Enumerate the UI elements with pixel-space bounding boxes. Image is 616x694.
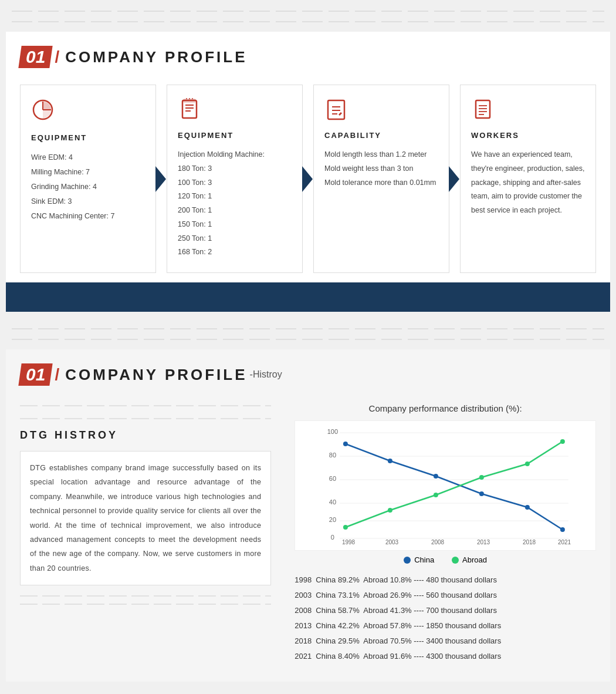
section2-number-block: 01 [18,363,53,386]
dtg-title: DTG HISTROY [20,429,271,442]
e1-line4: Sink EDM: 3 [31,194,145,209]
svg-text:2008: 2008 [431,539,445,544]
card-workers: WORKERS We have an experienced team, the… [460,85,596,273]
arrow2 [302,166,313,192]
data-row-2021: 2021 China 8.40% Abroad 91.6% ---- 4300 … [295,649,596,664]
section1-header: 01 / COMPANY PROFILE [20,46,596,68]
svg-text:1998: 1998 [342,539,356,544]
workers-title: WORKERS [471,131,585,140]
history-right: Company performance distribution (%): 10… [295,403,596,664]
top-deco-lines [0,6,616,27]
e2-line8: 168 Ton: 2 [178,245,292,260]
history-left: DTG HISTROY DTG establishes company bran… [20,403,271,664]
e2-line6: 150 Ton: 1 [178,218,292,232]
card-equipment1: EQUIPMENT Wire EDM: 4 Milling Machine: 7… [20,85,156,273]
chart-title: Company performance distribution (%): [295,403,596,413]
equipment1-icon [31,98,145,126]
svg-text:2018: 2018 [523,539,536,544]
dtg-text-box: DTG establishes company brand image succ… [20,451,271,585]
svg-text:20: 20 [329,516,336,523]
data-row-2013: 2013 China 42.2% Abroad 57.8% ---- 1850 … [295,618,596,634]
chart-data-table: 1998 China 89.2% Abroad 10.8% ---- 480 t… [295,572,596,664]
svg-text:2013: 2013 [477,539,490,544]
e2-line1: Injection Molding Machine: [178,148,292,162]
svg-point-43 [343,442,348,446]
chart-container: 100 80 60 40 20 0 [295,420,596,551]
dtg-text: DTG establishes company brand image succ… [30,461,261,575]
e2-line2: 180 Ton: 3 [178,162,292,176]
e2-line3: 100 Ton: 3 [178,176,292,190]
svg-text:2021: 2021 [558,539,571,544]
svg-point-50 [388,508,392,513]
e2-line7: 250 Ton: 1 [178,232,292,246]
svg-text:100: 100 [327,428,338,435]
data-row-2008: 2008 China 58.7% Abroad 41.3% ---- 700 t… [295,603,596,618]
svg-point-46 [479,491,484,496]
svg-point-53 [525,461,530,466]
section2-top-deco [0,324,616,345]
legend-abroad: Abroad [452,555,487,564]
card-capability: CAPABILITY Mold length less than 1.2 met… [313,85,449,273]
data-row-2018: 2018 China 29.5% Abroad 70.5% ---- 3400 … [295,634,596,649]
section1-slash: / [55,48,59,66]
capability-content: Mold length less than 1.2 meter Mold wei… [324,148,438,190]
svg-point-48 [560,527,565,532]
section2-header: 01 / COMPANY PROFILE -Histroy [20,363,596,386]
legend-abroad-label: Abroad [462,555,487,564]
e1-line1: Wire EDM: 4 [31,150,145,165]
arrow1 [155,166,166,192]
section1-body: 01 / COMPANY PROFILE EQUIPMENT [6,32,610,312]
cards-container: EQUIPMENT Wire EDM: 4 Milling Machine: 7… [20,85,596,273]
capability-title: CAPABILITY [324,131,438,140]
svg-point-52 [479,475,484,480]
data-row-2003: 2003 China 73.1% Abroad 26.9% ---- 560 t… [295,588,596,603]
arrow3 [449,166,459,192]
performance-chart: 100 80 60 40 20 0 [304,427,586,544]
section2-body: 01 / COMPANY PROFILE -Histroy DTG HISTRO… [6,349,610,682]
capability-icon [324,98,438,124]
dark-accent-bar [6,282,610,312]
svg-text:2003: 2003 [385,539,399,544]
svg-rect-5 [182,100,197,118]
legend-china: China [404,555,434,564]
section1-number-block: 01 [18,46,53,68]
section2-slash: / [55,365,59,384]
equipment1-title: EQUIPMENT [31,133,145,142]
e2-line5: 200 Ton: 1 [178,204,292,218]
e1-line5: CNC Machining Center: 7 [31,209,145,224]
section1-wrapper: 01 / COMPANY PROFILE EQUIPMENT [0,0,616,312]
e1-line3: Grinding Machine: 4 [31,180,145,194]
section2-wrapper: 01 / COMPANY PROFILE -Histroy DTG HISTRO… [0,324,616,693]
section2-title: COMPANY PROFILE [65,366,247,384]
equipment2-title: EQUIPMENT [178,131,292,140]
svg-text:80: 80 [329,452,336,459]
e2-line4: 120 Ton: 1 [178,190,292,204]
svg-rect-9 [184,99,195,102]
svg-point-54 [560,439,565,444]
equipment2-content: Injection Molding Machine: 180 Ton: 3 10… [178,148,292,260]
legend-china-label: China [414,555,434,564]
svg-rect-14 [476,100,490,118]
svg-text:0: 0 [331,534,334,541]
section1-title: COMPANY PROFILE [65,48,247,66]
chart-legend: China Abroad [295,555,596,564]
cap-line1: Mold length less than 1.2 meter [324,148,438,162]
card-equipment2: EQUIPMENT Injection Molding Machine: 180… [167,85,303,273]
svg-point-49 [343,525,348,530]
workers-icon [471,98,585,124]
workers-content: We have an experienced team, they're eng… [471,148,585,218]
svg-point-51 [434,493,438,497]
cap-line3: Mold tolerance more than 0.01mm [324,176,438,190]
data-row-1998: 1998 China 89.2% Abroad 10.8% ---- 480 t… [295,572,596,588]
section2-number: 01 [26,365,45,385]
equipment1-content: Wire EDM: 4 Milling Machine: 7 Grinding … [31,150,145,224]
equipment2-icon [178,98,292,124]
svg-point-44 [388,459,392,463]
section2-subtitle: -Histroy [250,369,282,380]
section1-number: 01 [26,47,45,67]
svg-text:60: 60 [329,475,336,482]
cap-line2: Mold weight less than 3 ton [324,162,438,176]
e1-line2: Milling Machine: 7 [31,165,145,180]
svg-text:40: 40 [329,498,336,506]
svg-point-47 [525,505,530,510]
